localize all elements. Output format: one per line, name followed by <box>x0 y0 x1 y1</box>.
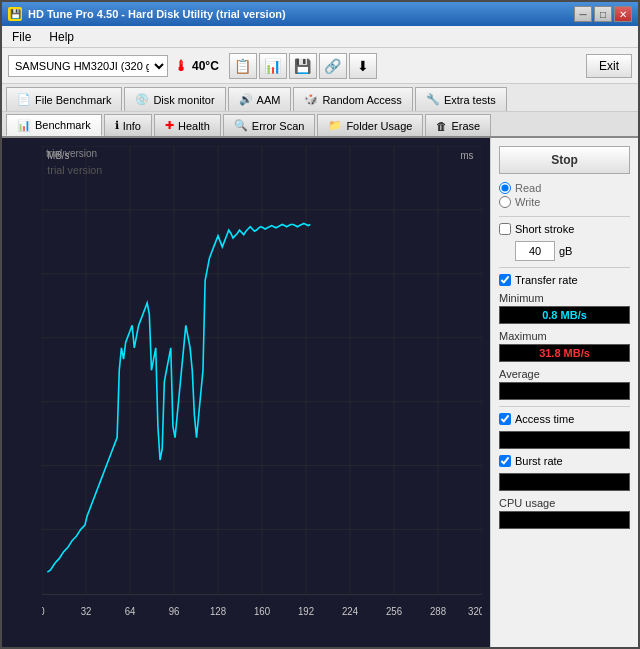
svg-text:96: 96 <box>169 606 180 617</box>
title-bar: 💾 HD Tune Pro 4.50 - Hard Disk Utility (… <box>2 2 638 26</box>
maximum-label: Maximum <box>499 330 630 342</box>
svg-text:288: 288 <box>430 606 447 617</box>
svg-text:32: 32 <box>81 606 92 617</box>
divider-3 <box>499 406 630 407</box>
tab-benchmark[interactable]: 📊 Benchmark <box>6 114 102 136</box>
svg-text:128: 128 <box>210 606 227 617</box>
file-benchmark-icon: 📄 <box>17 93 31 106</box>
temperature-value: 40°C <box>192 59 219 73</box>
maximize-button[interactable]: □ <box>594 6 612 22</box>
cpu-usage-section: CPU usage <box>499 497 630 529</box>
extra-tests-icon: 🔧 <box>426 93 440 106</box>
health-icon: ✚ <box>165 119 174 132</box>
content-area: trial version <box>2 138 638 647</box>
benchmark-chart: 35 30 25 20 15 10 5 0 35 30 25 20 15 10 … <box>42 146 482 617</box>
toolbar-buttons: 📋 📊 💾 🔗 ⬇ <box>229 53 377 79</box>
app-icon: 💾 <box>8 7 22 21</box>
gb-label: gB <box>559 245 572 257</box>
svg-text:0: 0 <box>42 606 45 617</box>
average-section: Average <box>499 368 630 400</box>
cpu-usage-label: CPU usage <box>499 497 630 509</box>
folder-usage-icon: 📁 <box>328 119 342 132</box>
maximum-section: Maximum 31.8 MB/s <box>499 330 630 362</box>
aam-icon: 🔊 <box>239 93 253 106</box>
transfer-rate-label[interactable]: Transfer rate <box>499 274 630 286</box>
svg-text:192: 192 <box>298 606 314 617</box>
tab-extra-tests[interactable]: 🔧 Extra tests <box>415 87 507 111</box>
read-radio-label[interactable]: Read <box>499 182 630 194</box>
svg-text:224: 224 <box>342 606 359 617</box>
exit-button[interactable]: Exit <box>586 54 632 78</box>
chart-watermark: trial version <box>46 148 97 159</box>
info-icon: ℹ <box>115 119 119 132</box>
menu-bar: File Help <box>2 26 638 48</box>
drive-select[interactable]: SAMSUNG HM320JI (320 gB) <box>8 55 168 77</box>
toolbar-btn-2[interactable]: 📊 <box>259 53 287 79</box>
tab-erase[interactable]: 🗑 Erase <box>425 114 491 136</box>
access-time-checkbox[interactable] <box>499 413 511 425</box>
menu-help[interactable]: Help <box>45 29 78 45</box>
divider-2 <box>499 267 630 268</box>
nav-tabs-sub: 📊 Benchmark ℹ Info ✚ Health 🔍 Error Scan… <box>2 112 638 138</box>
transfer-rate-checkbox[interactable] <box>499 274 511 286</box>
toolbar-btn-5[interactable]: ⬇ <box>349 53 377 79</box>
toolbar: SAMSUNG HM320JI (320 gB) 🌡 40°C 📋 📊 💾 🔗 … <box>2 48 638 84</box>
average-label: Average <box>499 368 630 380</box>
access-time-label[interactable]: Access time <box>499 413 630 425</box>
random-access-icon: 🎲 <box>304 93 318 106</box>
short-stroke-checkbox[interactable] <box>499 223 511 235</box>
tab-random-access[interactable]: 🎲 Random Access <box>293 87 412 111</box>
chart-area: trial version <box>2 138 490 647</box>
read-radio[interactable] <box>499 182 511 194</box>
minimum-section: Minimum 0.8 MB/s <box>499 292 630 324</box>
menu-file[interactable]: File <box>8 29 35 45</box>
thermometer-icon: 🌡 <box>174 58 188 74</box>
write-radio-label[interactable]: Write <box>499 196 630 208</box>
tab-file-benchmark[interactable]: 📄 File Benchmark <box>6 87 122 111</box>
temperature-display: 🌡 40°C <box>174 58 219 74</box>
title-bar-buttons: ─ □ ✕ <box>574 6 632 22</box>
svg-text:64: 64 <box>125 606 136 617</box>
stop-button[interactable]: Stop <box>499 146 630 174</box>
svg-text:160: 160 <box>254 606 271 617</box>
main-window: 💾 HD Tune Pro 4.50 - Hard Disk Utility (… <box>0 0 640 649</box>
tab-aam[interactable]: 🔊 AAM <box>228 87 292 111</box>
disk-monitor-icon: 💿 <box>135 93 149 106</box>
average-value <box>499 382 630 400</box>
minimum-label: Minimum <box>499 292 630 304</box>
title-bar-left: 💾 HD Tune Pro 4.50 - Hard Disk Utility (… <box>8 7 286 21</box>
svg-text:320gB: 320gB <box>468 606 482 617</box>
tab-info[interactable]: ℹ Info <box>104 114 152 136</box>
sidebar: Stop Read Write Short stroke <box>490 138 638 647</box>
tab-folder-usage[interactable]: 📁 Folder Usage <box>317 114 423 136</box>
stroke-input[interactable] <box>515 241 555 261</box>
write-radio[interactable] <box>499 196 511 208</box>
nav-tabs-top: 📄 File Benchmark 💿 Disk monitor 🔊 AAM 🎲 … <box>2 84 638 112</box>
cpu-usage-value <box>499 511 630 529</box>
tab-error-scan[interactable]: 🔍 Error Scan <box>223 114 316 136</box>
svg-text:trial version: trial version <box>47 164 102 176</box>
tab-disk-monitor[interactable]: 💿 Disk monitor <box>124 87 225 111</box>
burst-rate-value <box>499 473 630 491</box>
short-stroke-label[interactable]: Short stroke <box>499 223 630 235</box>
minimize-button[interactable]: ─ <box>574 6 592 22</box>
burst-rate-checkbox[interactable] <box>499 455 511 467</box>
error-scan-icon: 🔍 <box>234 119 248 132</box>
divider-1 <box>499 216 630 217</box>
close-button[interactable]: ✕ <box>614 6 632 22</box>
tab-health[interactable]: ✚ Health <box>154 114 221 136</box>
read-write-group: Read Write <box>499 180 630 210</box>
stroke-control: gB <box>499 241 630 261</box>
svg-text:256: 256 <box>386 606 403 617</box>
toolbar-btn-1[interactable]: 📋 <box>229 53 257 79</box>
burst-rate-label[interactable]: Burst rate <box>499 455 630 467</box>
toolbar-btn-3[interactable]: 💾 <box>289 53 317 79</box>
svg-text:ms: ms <box>461 150 474 161</box>
access-time-value <box>499 431 630 449</box>
erase-icon: 🗑 <box>436 120 447 132</box>
window-title: HD Tune Pro 4.50 - Hard Disk Utility (tr… <box>28 8 286 20</box>
benchmark-icon: 📊 <box>17 119 31 132</box>
minimum-value: 0.8 MB/s <box>499 306 630 324</box>
maximum-value: 31.8 MB/s <box>499 344 630 362</box>
toolbar-btn-4[interactable]: 🔗 <box>319 53 347 79</box>
